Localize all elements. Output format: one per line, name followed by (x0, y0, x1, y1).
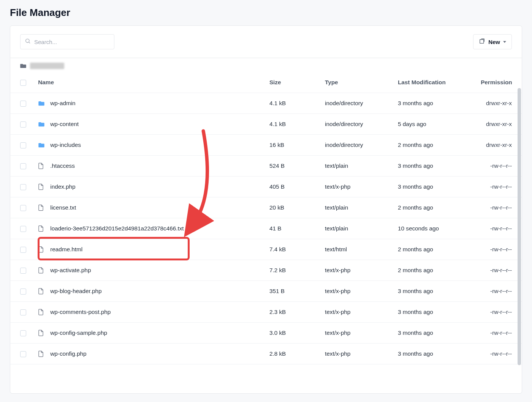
row-checkbox[interactable] (20, 288, 26, 295)
table-row[interactable]: wp-config-sample.php3.0 kBtext/x-php3 mo… (10, 323, 522, 344)
folder-icon (38, 101, 45, 106)
svg-point-0 (26, 39, 29, 43)
file-icon (38, 183, 45, 190)
col-permission[interactable]: Permission (477, 72, 522, 93)
file-size: 7.2 kB (266, 260, 321, 281)
file-permission: -rw-r--r-- (477, 218, 522, 239)
file-type: text/plain (321, 197, 394, 218)
table-row[interactable]: readme.html7.4 kBtext/html2 months ago-r… (10, 239, 522, 260)
folder-icon (38, 121, 45, 127)
file-name: wp-comments-post.php (50, 309, 111, 315)
file-name: loaderio-3ee571236d2015e2d4981a22d378c46… (50, 225, 184, 232)
folder-icon (20, 63, 26, 69)
row-checkbox[interactable] (20, 101, 26, 107)
file-size: 41 B (266, 218, 321, 239)
table-row[interactable]: wp-blog-header.php351 Btext/x-php3 month… (10, 281, 522, 302)
new-button[interactable]: New (473, 34, 512, 49)
file-modified: 10 seconds ago (394, 218, 477, 239)
file-size: 16 kB (266, 135, 321, 156)
file-icon (38, 309, 45, 315)
table-header-row: Name Size Type Last Modification Permiss… (10, 72, 522, 93)
search-icon (25, 38, 31, 46)
row-checkbox[interactable] (20, 184, 26, 190)
file-size: 351 B (266, 281, 321, 302)
table-row[interactable]: wp-activate.php7.2 kBtext/x-php2 months … (10, 260, 522, 281)
new-button-label: New (488, 39, 500, 45)
chevron-down-icon (503, 41, 506, 43)
table-row[interactable]: wp-comments-post.php2.3 kBtext/x-php3 mo… (10, 302, 522, 323)
file-modified: 3 months ago (394, 344, 477, 364)
file-permission: -rw-r--r-- (477, 177, 522, 197)
row-checkbox[interactable] (20, 268, 26, 274)
file-table: Name Size Type Last Modification Permiss… (10, 72, 522, 364)
file-modified: 2 months ago (394, 239, 477, 260)
file-name: wp-config-sample.php (50, 329, 107, 336)
file-manager-panel: New Name Size Type Last Modification Per… (10, 25, 522, 394)
file-name: readme.html (50, 246, 82, 253)
file-type: inode/directory (321, 135, 394, 156)
file-size: 2.8 kB (266, 344, 321, 364)
file-name: wp-config.php (50, 350, 86, 357)
file-modified: 2 months ago (394, 135, 477, 156)
file-icon (38, 329, 45, 336)
folder-icon (38, 142, 45, 148)
search-input[interactable] (20, 34, 114, 49)
svg-line-1 (29, 42, 30, 43)
col-size[interactable]: Size (266, 72, 321, 93)
table-row[interactable]: license.txt20 kBtext/plain2 months ago-r… (10, 197, 522, 218)
svg-rect-2 (480, 39, 484, 43)
file-size: 2.3 kB (266, 302, 321, 323)
table-row[interactable]: loaderio-3ee571236d2015e2d4981a22d378c46… (10, 218, 522, 239)
file-type: text/x-php (321, 323, 394, 344)
file-name: index.php (50, 183, 75, 190)
table-row[interactable]: wp-content4.1 kBinode/directory5 days ag… (10, 114, 522, 135)
file-modified: 3 months ago (394, 177, 477, 197)
file-type: text/x-php (321, 344, 394, 364)
row-checkbox[interactable] (20, 163, 26, 169)
row-checkbox[interactable] (20, 205, 26, 211)
col-modified[interactable]: Last Modification (394, 72, 477, 93)
select-all-checkbox[interactable] (20, 80, 26, 86)
file-type: text/x-php (321, 260, 394, 281)
file-name: wp-blog-header.php (50, 288, 101, 295)
col-type[interactable]: Type (321, 72, 394, 93)
file-permission: drwxr-xr-x (477, 114, 522, 135)
row-checkbox[interactable] (20, 309, 26, 315)
table-row[interactable]: index.php405 Btext/x-php3 months ago-rw-… (10, 177, 522, 197)
file-permission: drwxr-xr-x (477, 93, 522, 114)
file-name: wp-content (50, 121, 79, 128)
file-icon (38, 350, 45, 357)
file-name: license.txt (50, 204, 76, 211)
file-type: text/plain (321, 156, 394, 177)
page-title: File Manager (0, 0, 532, 25)
file-modified: 2 months ago (394, 197, 477, 218)
file-type: text/x-php (321, 281, 394, 302)
table-row[interactable]: wp-config.php2.8 kBtext/x-php3 months ag… (10, 344, 522, 364)
row-checkbox[interactable] (20, 247, 26, 253)
col-name[interactable]: Name (34, 72, 266, 93)
table-row[interactable]: .htaccess524 Btext/plain3 months ago-rw-… (10, 156, 522, 177)
file-type: text/x-php (321, 302, 394, 323)
breadcrumb-path-redacted (30, 63, 64, 69)
file-permission: -rw-r--r-- (477, 260, 522, 281)
row-checkbox[interactable] (20, 142, 26, 148)
file-permission: -rw-r--r-- (477, 323, 522, 344)
file-size: 7.4 kB (266, 239, 321, 260)
file-type: text/plain (321, 218, 394, 239)
scrollbar[interactable] (518, 88, 521, 365)
file-size: 3.0 kB (266, 323, 321, 344)
file-modified: 3 months ago (394, 323, 477, 344)
file-size: 405 B (266, 177, 321, 197)
row-checkbox[interactable] (20, 226, 26, 232)
file-modified: 2 months ago (394, 260, 477, 281)
file-permission: drwxr-xr-x (477, 135, 522, 156)
table-row[interactable]: wp-includes16 kBinode/directory2 months … (10, 135, 522, 156)
file-type: inode/directory (321, 93, 394, 114)
file-icon (38, 267, 45, 274)
file-type: text/html (321, 239, 394, 260)
file-icon (38, 246, 45, 253)
row-checkbox[interactable] (20, 330, 26, 336)
table-row[interactable]: wp-admin4.1 kBinode/directory3 months ag… (10, 93, 522, 114)
row-checkbox[interactable] (20, 121, 26, 128)
row-checkbox[interactable] (20, 351, 26, 357)
